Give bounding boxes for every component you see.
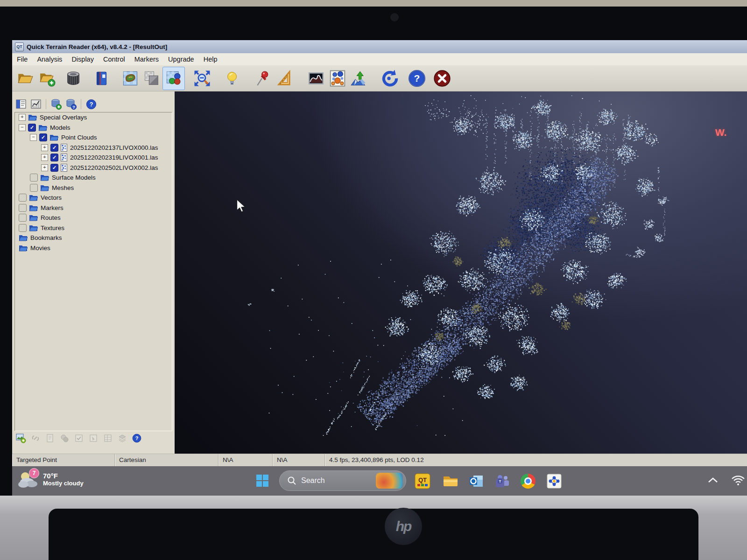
terrain-colors-button[interactable]: [120, 67, 141, 90]
taskbar-app-chrome[interactable]: [519, 472, 537, 490]
tree-row-bookmarks[interactable]: Bookmarks: [15, 233, 172, 243]
collapse-toggle[interactable]: −: [19, 124, 26, 131]
folder-icon: [19, 245, 28, 252]
menu-item-display[interactable]: Display: [67, 54, 99, 64]
search-box[interactable]: Search: [279, 470, 406, 491]
report-notebook-button[interactable]: [91, 67, 112, 90]
tree-row-movies[interactable]: Movies: [15, 243, 172, 253]
search-highlight-image[interactable]: [376, 473, 403, 489]
weather-text: 70°F Mostly cloudy: [43, 472, 84, 487]
tree-row-routes[interactable]: Routes: [15, 213, 172, 223]
tree-label: Movies: [30, 245, 50, 252]
zoom-extents-button[interactable]: [191, 67, 213, 90]
tree-label: Special Overlays: [40, 114, 87, 121]
upgrade-terrain-button[interactable]: [348, 67, 370, 90]
sidebar-help-icon[interactable]: ?: [85, 98, 97, 110]
visibility-checkbox[interactable]: ✓: [28, 124, 36, 132]
tree-row-meshes[interactable]: Meshes: [15, 183, 172, 193]
visibility-checkbox[interactable]: ✓: [50, 154, 58, 161]
menu-item-upgrade[interactable]: Upgrade: [163, 54, 199, 64]
zoom-extents-icon: [192, 69, 212, 88]
expand-toggle[interactable]: +: [41, 164, 48, 171]
tray-chevron-icon[interactable]: [708, 477, 718, 483]
visibility-checkbox[interactable]: [30, 174, 38, 182]
taskbar-app-outlook[interactable]: [468, 472, 486, 490]
quick-terrain-icon: QT: [415, 473, 430, 489]
profile-view-button[interactable]: [305, 67, 327, 90]
svg-text:?: ?: [135, 435, 139, 441]
add-data-icon[interactable]: [50, 98, 62, 110]
tree-row-20251220202137livox000-las[interactable]: +✓20251220202137LIVOX000.las: [15, 143, 172, 153]
sidebar-toolbar-top: ? ?: [15, 97, 97, 111]
tree-row-markers[interactable]: Markers: [15, 203, 172, 213]
app-icon: QT: [15, 42, 24, 51]
lighting-button[interactable]: [221, 67, 243, 90]
merge-layers-button[interactable]: [63, 67, 84, 90]
points-panel-icon: [328, 69, 347, 88]
window-titlebar: QT Quick Terrain Reader (x64), v8.4.2 - …: [12, 40, 747, 53]
taskbar-app-quick-terrain[interactable]: QT: [414, 472, 431, 490]
expand-toggle[interactable]: +: [19, 114, 26, 121]
windows-logo-icon: [256, 474, 269, 487]
document-icon: [45, 433, 55, 443]
measure-button[interactable]: [274, 67, 295, 90]
open-file-button[interactable]: [14, 67, 35, 90]
visibility-checkbox[interactable]: [19, 224, 27, 232]
start-button[interactable]: [254, 472, 271, 490]
layer-panel-icon[interactable]: [15, 98, 27, 110]
weather-badge: 7: [29, 468, 39, 478]
pointer-icon: [88, 433, 99, 443]
las-file-icon: [61, 144, 67, 152]
color-overlay-button[interactable]: [162, 67, 185, 90]
point-display-options-button[interactable]: [327, 67, 348, 90]
visibility-checkbox[interactable]: ✓: [50, 164, 58, 172]
menu-item-help[interactable]: Help: [199, 54, 222, 64]
grayscale-overlay-button[interactable]: [141, 67, 162, 90]
taskbar-app-support-assistant[interactable]: [545, 472, 563, 490]
marker-pin-button[interactable]: [252, 67, 274, 90]
tree-row-vectors[interactable]: Vectors: [15, 193, 172, 203]
reset-view-button[interactable]: [378, 67, 400, 90]
link-icon: [30, 433, 41, 443]
wifi-icon[interactable]: [731, 475, 745, 486]
help-button[interactable]: ?: [406, 67, 428, 90]
tree-row-textures[interactable]: Textures: [15, 223, 172, 233]
tree-row-surface-models[interactable]: Surface Models: [15, 173, 172, 183]
compass-west-label: W.: [715, 127, 727, 138]
tree-label: Routes: [41, 214, 61, 221]
folder-icon: [29, 204, 38, 211]
add-file-button[interactable]: [36, 67, 58, 90]
point-cloud-viewport[interactable]: W.: [175, 91, 747, 454]
collapse-toggle[interactable]: −: [30, 134, 37, 141]
chrome-icon: [521, 474, 536, 489]
menu-item-markers[interactable]: Markers: [130, 54, 163, 64]
menu-item-file[interactable]: File: [12, 54, 32, 64]
query-data-icon[interactable]: ?: [65, 98, 77, 110]
visibility-checkbox[interactable]: ✓: [39, 133, 47, 141]
statistics-icon[interactable]: [30, 98, 42, 110]
svg-text:?: ?: [414, 73, 420, 84]
visibility-checkbox[interactable]: [19, 214, 27, 222]
tree-row-20251220202502livox002-las[interactable]: +✓20251220202502LIVOX002.las: [15, 163, 172, 173]
menu-item-analysis[interactable]: Analysis: [32, 54, 67, 64]
menu-item-control[interactable]: Control: [99, 54, 130, 64]
visibility-checkbox[interactable]: [19, 194, 27, 202]
visibility-checkbox[interactable]: ✓: [50, 144, 58, 152]
tree-row-20251220202319livox001-las[interactable]: +✓20251220202319LIVOX001.las: [15, 153, 172, 163]
exit-icon: [432, 69, 452, 88]
expand-toggle[interactable]: +: [41, 154, 48, 161]
taskbar-app-teams[interactable]: T: [493, 472, 511, 490]
add-overlay-icon[interactable]: [16, 433, 26, 443]
upgrade-mountain-icon: [350, 70, 368, 87]
weather-widget[interactable]: 7 70°F Mostly cloudy: [17, 469, 84, 490]
tree-row-point-clouds[interactable]: −✓Point Clouds: [15, 133, 172, 143]
exit-button[interactable]: [431, 67, 453, 90]
expand-toggle[interactable]: +: [41, 144, 48, 151]
visibility-checkbox[interactable]: [19, 204, 27, 212]
visibility-checkbox[interactable]: [30, 184, 38, 192]
sidebar-bottom-help-icon[interactable]: ?: [132, 433, 142, 443]
taskbar-app-file-explorer[interactable]: [442, 472, 459, 490]
tree-row-special-overlays[interactable]: +Special Overlays: [15, 112, 172, 123]
tree-row-models[interactable]: −✓Models: [15, 123, 172, 133]
window-title: Quick Terrain Reader (x64), v8.4.2 - [Re…: [27, 43, 167, 50]
